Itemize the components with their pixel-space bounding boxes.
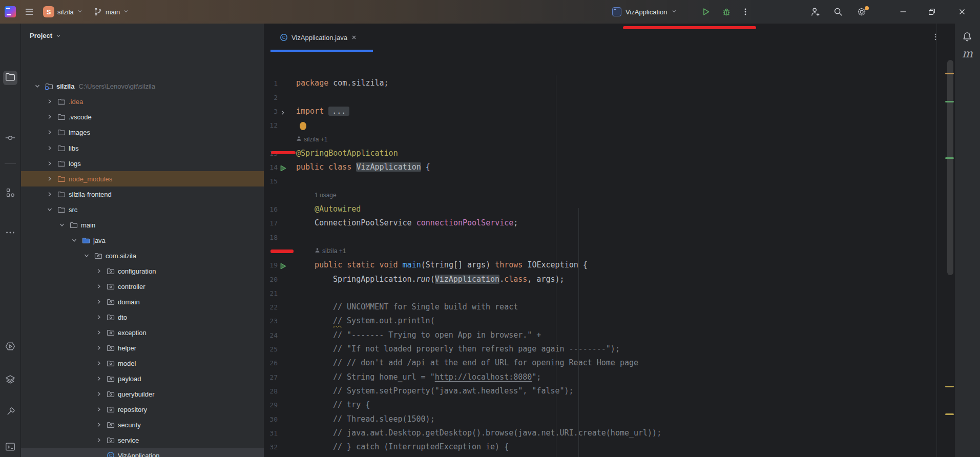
code-line-22[interactable]: 22// UNCOMMENT for Single build with rea…: [264, 300, 936, 314]
restore-button[interactable]: [920, 0, 944, 24]
code-line-25[interactable]: 25// "If not loaded properly then refres…: [264, 342, 936, 356]
tree-item-security[interactable]: security: [21, 417, 264, 432]
code-line-32[interactable]: 32// } catch (InterruptedException ie) {: [264, 440, 936, 454]
chevron-right-icon[interactable]: [95, 313, 103, 321]
minimize-button[interactable]: [891, 0, 915, 24]
project-tool-button[interactable]: [3, 71, 17, 85]
tab-options-button[interactable]: [931, 33, 940, 43]
tree-item-vizapplication[interactable]: CVizApplication: [21, 448, 264, 457]
code-editor-area[interactable]: 1package com.silzila;23import ...12silzi…: [264, 52, 936, 457]
chevron-right-icon[interactable]: [95, 359, 103, 367]
editor-scrollbar[interactable]: [947, 60, 953, 275]
tree-item-com-silzila[interactable]: com.silzila: [21, 248, 264, 263]
chevron-right-icon[interactable]: [46, 175, 54, 183]
debug-button[interactable]: [717, 0, 736, 24]
code-line-27[interactable]: 27// String home_url = "http://localhost…: [264, 370, 936, 384]
stripe-mark[interactable]: [945, 73, 954, 74]
more-tools-button[interactable]: [3, 226, 17, 241]
code-line-19[interactable]: 19public static void main(String[] args)…: [264, 258, 936, 272]
chevron-right-icon[interactable]: [95, 421, 103, 429]
run-tool-button[interactable]: [3, 340, 17, 355]
tree-item-main[interactable]: main: [21, 217, 264, 233]
tree-item-querybuilder[interactable]: querybuilder: [21, 386, 264, 402]
inlay-hint[interactable]: silzila +1: [264, 244, 936, 258]
chevron-right-icon[interactable]: [95, 328, 103, 337]
services-tool-button[interactable]: [3, 373, 17, 388]
chevron-down-icon[interactable]: [46, 205, 54, 214]
code-line-1[interactable]: 1package com.silzila;: [264, 76, 936, 90]
chevron-right-icon[interactable]: [46, 97, 54, 106]
code-line-16[interactable]: 16@Autowired: [264, 202, 936, 216]
code-line-24[interactable]: 24// "------- Trying to open App in brow…: [264, 328, 936, 342]
vcs-branch-selector[interactable]: main: [93, 0, 129, 24]
tree-item--vscode[interactable]: .vscode: [21, 109, 264, 124]
chevron-right-icon[interactable]: [95, 298, 103, 306]
code-line-28[interactable]: 28// System.setProperty("java.awt.headle…: [264, 384, 936, 398]
tree-item-silzila[interactable]: silzilaC:\Users\Lenovo\git\silzila: [21, 78, 264, 94]
chevron-right-icon[interactable]: [95, 375, 103, 383]
tab-vizapplication-java[interactable]: C VizApplication.java: [270, 24, 364, 51]
tree-item-helper[interactable]: helper: [21, 340, 264, 356]
chevron-down-icon[interactable]: [82, 252, 91, 260]
stripe-mark[interactable]: [945, 157, 954, 159]
code-line-21[interactable]: 21: [264, 286, 936, 300]
run-line-icon[interactable]: [279, 163, 288, 172]
run-configuration-selector[interactable]: VizApplication: [612, 0, 677, 24]
tree-item-dto[interactable]: dto: [21, 309, 264, 325]
chevron-right-icon[interactable]: [95, 344, 103, 352]
run-button[interactable]: [697, 0, 715, 24]
close-tab-icon[interactable]: [351, 34, 357, 40]
build-tool-button[interactable]: [3, 406, 17, 420]
chevron-right-icon[interactable]: [46, 144, 54, 152]
chevron-down-icon[interactable]: [33, 82, 41, 90]
code-line-2[interactable]: 2: [264, 91, 936, 105]
tree-item-payload[interactable]: payload: [21, 371, 264, 386]
stripe-mark[interactable]: [945, 386, 954, 387]
code-line-23[interactable]: 23// System.out.println(: [264, 314, 936, 328]
chevron-right-icon[interactable]: [46, 128, 54, 136]
code-line-13[interactable]: 13@SpringBootApplication: [264, 147, 936, 160]
chevron-down-icon[interactable]: [70, 236, 78, 244]
inlay-hint[interactable]: silzila +1: [264, 133, 936, 147]
code-with-me-button[interactable]: [805, 0, 826, 24]
chevron-right-icon[interactable]: [46, 190, 54, 198]
chevron-right-icon[interactable]: [95, 267, 103, 275]
tree-item-src[interactable]: src: [21, 202, 264, 217]
close-button[interactable]: [950, 0, 974, 24]
code-line-31[interactable]: 31// java.awt.Desktop.getDesktop().brows…: [264, 426, 936, 440]
run-line-icon[interactable]: [279, 261, 288, 269]
tree-item-domain[interactable]: domain: [21, 294, 264, 309]
stripe-mark[interactable]: [945, 413, 954, 415]
tree-item-images[interactable]: images: [21, 124, 264, 140]
terminal-tool-button[interactable]: [3, 441, 17, 455]
code-line-14[interactable]: 14public class VizApplication {: [264, 160, 936, 174]
stripe-mark[interactable]: [945, 101, 954, 102]
chevron-right-icon[interactable]: [95, 405, 103, 413]
tree-item--idea[interactable]: .idea: [21, 94, 264, 109]
tree-item-controller[interactable]: controller: [21, 279, 264, 294]
code-line-3[interactable]: 3import ...: [264, 105, 936, 118]
code-line-20[interactable]: 20SpringApplication.run(VizApplication.c…: [264, 273, 936, 286]
settings-button[interactable]: [851, 0, 872, 24]
tree-item-node-modules[interactable]: node_modules: [21, 171, 264, 186]
chevron-right-icon[interactable]: [46, 113, 54, 121]
commit-tool-button[interactable]: [3, 132, 17, 146]
code-line-29[interactable]: 29// try {: [264, 398, 936, 412]
tree-item-exception[interactable]: exception: [21, 325, 264, 340]
chevron-right-icon[interactable]: [46, 159, 54, 168]
main-menu-button[interactable]: [24, 0, 34, 24]
code-line-17[interactable]: 17ConnectionPoolService connectionPoolSe…: [264, 216, 936, 230]
tree-item-logs[interactable]: logs: [21, 156, 264, 171]
tree-item-service[interactable]: service: [21, 432, 264, 448]
tree-item-java[interactable]: java: [21, 233, 264, 248]
chevron-right-icon[interactable]: [95, 390, 103, 398]
chevron-right-icon[interactable]: [95, 282, 103, 290]
notifications-button[interactable]: [961, 31, 973, 45]
maven-icon[interactable]: m: [962, 47, 973, 60]
tree-item-configuration[interactable]: configuration: [21, 263, 264, 279]
tree-item-libs[interactable]: libs: [21, 140, 264, 156]
search-everywhere-button[interactable]: [828, 0, 848, 24]
code-line-12[interactable]: 12: [264, 118, 936, 132]
chevron-right-icon[interactable]: [95, 436, 103, 444]
tree-item-repository[interactable]: repository: [21, 402, 264, 417]
